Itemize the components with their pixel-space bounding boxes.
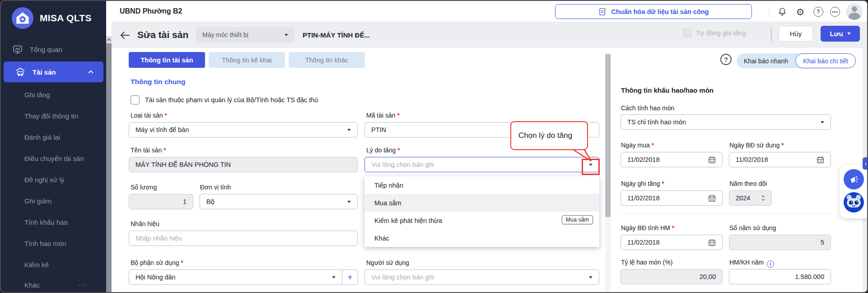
dropdown-option-badge: Mua sắm	[562, 215, 593, 224]
sidebar-subitem-tinh-hao-mon[interactable]: Tính hao mòn	[24, 240, 66, 247]
mode-detail-declare[interactable]: Khai báo chi tiết	[795, 53, 856, 68]
use-years-input: 5	[729, 235, 831, 250]
announcements-button[interactable]	[844, 169, 864, 189]
dropdown-option-kiem-ke[interactable]: Kiểm kê phát hiện thừa Mua sắm	[364, 212, 599, 229]
asset-name-value: MÁY TÍNH ĐỂ BÀN PHÒNG TIN	[135, 161, 231, 168]
chevron-down-icon	[347, 201, 351, 203]
asset-icon	[15, 67, 25, 77]
dropdown-option-mua-sam[interactable]: Mua sắm	[364, 194, 599, 212]
app-window: MISA QLTS Tổng quan Tài sản Ghi tăng Tha…	[0, 0, 868, 293]
settings-button[interactable]: ⚙	[795, 6, 806, 17]
question-icon: ?	[813, 7, 823, 17]
back-arrow-icon[interactable]	[119, 31, 130, 39]
wear-rate-label: Tỷ lệ hao mòn (%)	[621, 259, 672, 266]
purchase-date-input[interactable]: 11/02/2018	[621, 152, 723, 167]
tab-declaration-info[interactable]: Thông tin kê khai	[209, 52, 285, 68]
user-label: Người sử dụng	[366, 259, 409, 266]
calendar-icon[interactable]	[817, 156, 824, 164]
scope-checkbox[interactable]	[131, 95, 140, 104]
sidebar-scrollbar[interactable]	[106, 36, 112, 293]
asset-type-select[interactable]: Máy vi tính để bàn	[129, 122, 358, 137]
sidebar-subitem-ghi-giam[interactable]: Ghi giảm	[24, 197, 51, 205]
sidebar-subitem-kiem-ke[interactable]: Kiểm kê	[24, 261, 49, 269]
edit-toolbar: Sửa tài sản Máy móc thiết bị PTIN-MÁY TÍ…	[112, 22, 868, 48]
sidebar-subitem-dieu-chuyen[interactable]: Điều chuyển tài sản	[24, 155, 84, 162]
brand-label: Nhãn hiệu	[131, 220, 159, 227]
track-year-value: 2024	[736, 194, 750, 202]
department-select[interactable]: Hội Nông dân	[129, 269, 342, 285]
chevron-down-icon	[589, 276, 593, 279]
record-date-value: 11/02/2018	[627, 194, 660, 202]
sidebar-subitem-ghi-tang[interactable]: Ghi tăng	[24, 91, 50, 99]
asset-category-dropdown[interactable]: Máy móc thiết bị	[196, 27, 294, 43]
user-avatar[interactable]	[846, 3, 863, 20]
app-title: MISA QLTS	[40, 13, 92, 24]
mode-quick-declare[interactable]: Khai báo nhanh	[737, 53, 795, 68]
unit-select[interactable]: Bộ	[200, 194, 358, 209]
asset-type-label: Loại tài sản	[131, 112, 167, 119]
sidebar-item-overview[interactable]: Tổng quan	[1, 40, 106, 59]
sidebar-subitem-de-nghi[interactable]: Đề nghị xử lý	[24, 176, 64, 184]
add-department-button[interactable]: +	[342, 269, 358, 285]
panel-divider	[621, 213, 831, 214]
ellipsis-icon: •••	[830, 7, 840, 17]
increase-reason-combobox[interactable]: Vui lòng chọn bản ghi	[364, 157, 599, 172]
record-date-input[interactable]: 11/02/2018	[621, 190, 723, 206]
help-button[interactable]: ?	[813, 6, 824, 17]
cancel-button[interactable]: Hủy	[779, 26, 813, 42]
sidebar-item-assets[interactable]: Tài sản	[4, 61, 103, 82]
annotation-text: Chọn lý do tăng	[518, 131, 572, 141]
more-menu-button[interactable]: •••	[830, 6, 840, 17]
sidebar-item-label: Tài sản	[33, 68, 56, 76]
sidebar-subitem-danh-gia[interactable]: Đánh giá lại	[24, 133, 60, 141]
hm-start-date-value: 11/02/2018	[627, 239, 660, 246]
notifications-button[interactable]	[777, 6, 788, 17]
scope-checkbox-label: Tài sản thuộc phạm vi quản lý của Bộ/Tỉn…	[145, 96, 318, 104]
organization-name: UBND Phường B2	[120, 7, 182, 15]
app-logo[interactable]: MISA QLTS	[1, 1, 106, 35]
chatbot-assistant-button[interactable]	[844, 192, 864, 213]
sidebar-subitem-khac[interactable]: Khác	[24, 281, 40, 289]
user-placeholder: Vui lòng chọn bản ghi	[371, 274, 434, 281]
panda-bot-icon	[844, 192, 864, 213]
record-date-label: Ngày ghi tăng	[621, 180, 664, 187]
dropdown-option-tiep-nhan[interactable]: Tiếp nhận	[364, 176, 599, 194]
calendar-icon[interactable]	[708, 156, 716, 164]
sidebar-scroll-up-arrow[interactable]	[106, 36, 112, 43]
start-use-date-input[interactable]: 11/02/2018	[729, 152, 831, 167]
chevron-down-icon	[285, 34, 288, 36]
increase-reason-placeholder: Vui lòng chọn bản ghi	[371, 161, 434, 168]
sidebar-subitem-tinh-khau-hao[interactable]: Tính khấu hao	[24, 218, 68, 226]
increase-reason-label: Lý do tăng	[366, 146, 400, 154]
auto-record-checkbox[interactable]	[683, 29, 691, 37]
asset-code-breadcrumb: PTIN-MÁY TÍNH ĐỂ...	[303, 31, 370, 39]
calendar-icon[interactable]	[708, 194, 716, 202]
user-select[interactable]: Vui lòng chọn bản ghi	[364, 269, 599, 285]
tab-asset-info[interactable]: Thông tin tài sản	[129, 52, 205, 68]
dropdown-option-label: Kiểm kê phát hiện thừa	[374, 217, 442, 224]
asset-code-label: Mã tài sản	[366, 112, 400, 119]
depreciation-method-value: TS chỉ tính hao mòn	[627, 118, 686, 126]
form-help-button[interactable]: ?	[720, 54, 732, 65]
panel-expand-tab[interactable]: ›	[863, 157, 868, 170]
info-icon[interactable]: i	[767, 260, 774, 268]
start-use-date-value: 11/02/2018	[736, 156, 768, 163]
tab-other-info[interactable]: Thông tin khác	[289, 52, 365, 68]
brand-input[interactable]: Nhập nhãn hiệu	[129, 231, 358, 246]
sidebar-subitem-thay-doi[interactable]: Thay đổi thông tin	[24, 112, 78, 120]
quantity-input: 1	[129, 194, 193, 209]
form-scrollbar-thumb[interactable]	[605, 54, 611, 217]
save-button[interactable]: Lưu	[821, 26, 860, 42]
sidebar-more-dots[interactable]: ...	[79, 279, 87, 287]
depreciation-method-label: Cách tính hao mòn	[621, 104, 674, 112]
chevron-up-icon	[88, 70, 93, 74]
dropdown-option-khac[interactable]: Khác	[364, 229, 599, 247]
normalize-data-button[interactable]: Chuẩn hóa dữ liệu tài sản công	[555, 4, 752, 19]
depreciation-method-select[interactable]: TS chỉ tính hao mòn	[621, 114, 831, 130]
chevron-down-icon	[847, 33, 851, 35]
calendar-icon[interactable]	[708, 239, 716, 246]
hm-start-date-input[interactable]: 11/02/2018	[621, 235, 723, 250]
start-use-date-label: Ngày BĐ sử dụng	[729, 142, 784, 149]
hm-year-input[interactable]: 1.580.000	[729, 269, 831, 284]
megaphone-icon	[849, 174, 859, 185]
